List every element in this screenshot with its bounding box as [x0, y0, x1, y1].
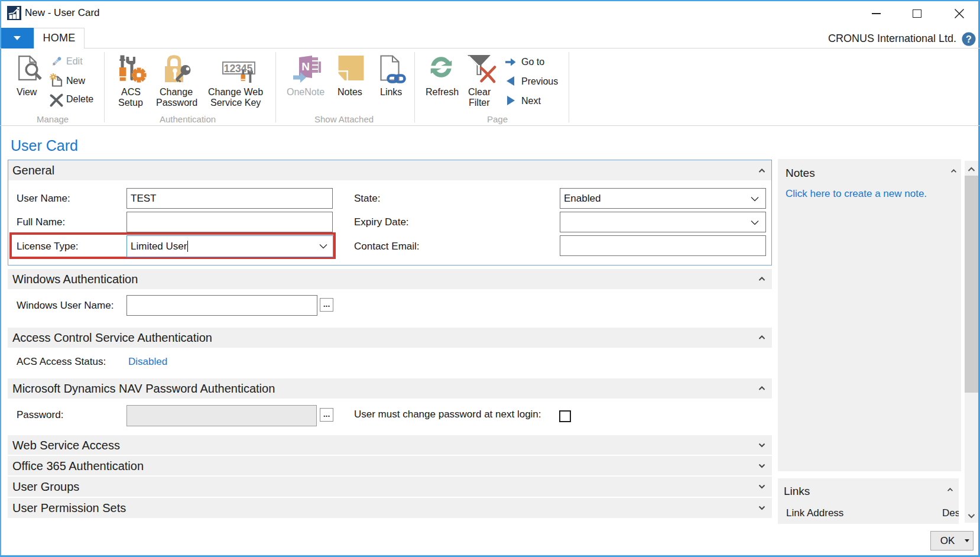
svg-text:N: N: [301, 60, 310, 73]
svg-text:?: ?: [966, 34, 972, 44]
